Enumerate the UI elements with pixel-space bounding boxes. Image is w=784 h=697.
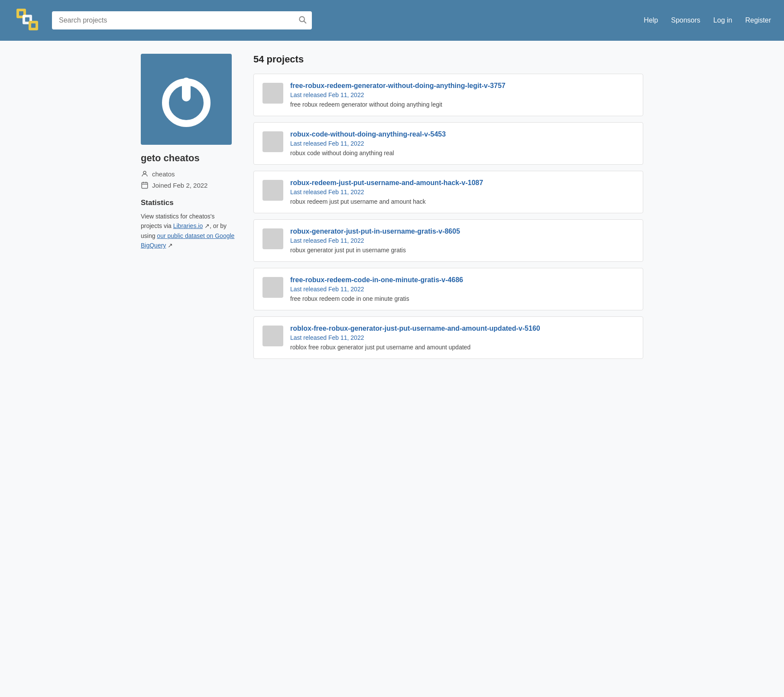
project-card: free-robux-redeem-code-in-one-minute-gra…	[253, 268, 643, 310]
svg-rect-2	[19, 11, 23, 16]
project-icon	[262, 277, 283, 298]
project-name-link[interactable]: robux-code-without-doing-anything-real-v…	[290, 130, 634, 138]
project-icon	[262, 131, 283, 152]
project-name-link[interactable]: robux-redeem-just-put-username-and-amoun…	[290, 179, 634, 187]
svg-rect-10	[182, 78, 191, 101]
login-link[interactable]: Log in	[713, 16, 732, 24]
project-list: free-robux-redeem-generator-without-doin…	[253, 74, 643, 359]
project-info: robux-generator-just-put-in-username-gra…	[290, 228, 634, 254]
user-icon	[141, 170, 149, 178]
project-card: robux-generator-just-put-in-username-gra…	[253, 219, 643, 262]
svg-point-11	[143, 171, 146, 174]
joined-date: Joined Feb 2, 2022	[152, 182, 207, 189]
user-display-name: geto cheatos	[141, 153, 236, 164]
svg-line-8	[304, 21, 306, 23]
svg-rect-6	[31, 23, 36, 28]
header: Help Sponsors Log in Register	[0, 0, 784, 41]
stats-text: View statistics for cheatos's projects v…	[141, 212, 236, 251]
sponsors-link[interactable]: Sponsors	[671, 16, 700, 24]
projects-area: 54 projects free-robux-redeem-generator-…	[253, 54, 643, 365]
logo[interactable]	[13, 5, 43, 36]
project-card: free-robux-redeem-generator-without-doin…	[253, 74, 643, 116]
search-icon	[298, 15, 307, 26]
calendar-icon	[141, 181, 149, 189]
projects-count: 54 projects	[253, 54, 643, 65]
joined-row: Joined Feb 2, 2022	[141, 181, 236, 189]
project-description: robux generator just put in username gra…	[290, 247, 634, 254]
project-description: robux code without doing anything real	[290, 150, 634, 156]
project-date: Last released Feb 11, 2022	[290, 91, 634, 98]
project-info: robux-redeem-just-put-username-and-amoun…	[290, 179, 634, 205]
stats-title: Statistics	[141, 199, 236, 207]
project-info: free-robux-redeem-generator-without-doin…	[290, 82, 634, 108]
register-link[interactable]: Register	[745, 16, 771, 24]
avatar	[141, 54, 232, 145]
header-nav: Help Sponsors Log in Register	[644, 16, 771, 24]
project-icon	[262, 83, 283, 104]
project-date: Last released Feb 11, 2022	[290, 237, 634, 244]
username: cheatos	[152, 170, 175, 178]
help-link[interactable]: Help	[644, 16, 658, 24]
project-card: robux-redeem-just-put-username-and-amoun…	[253, 171, 643, 213]
svg-rect-4	[25, 17, 29, 22]
project-date: Last released Feb 11, 2022	[290, 189, 634, 195]
project-name-link[interactable]: roblox-free-robux-generator-just-put-use…	[290, 325, 634, 332]
project-info: roblox-free-robux-generator-just-put-use…	[290, 325, 634, 351]
main-content: geto cheatos cheatos Joined Feb 2, 2022 …	[132, 54, 652, 365]
project-date: Last released Feb 11, 2022	[290, 334, 634, 341]
project-date: Last released Feb 11, 2022	[290, 140, 634, 147]
project-info: robux-code-without-doing-anything-real-v…	[290, 130, 634, 156]
project-date: Last released Feb 11, 2022	[290, 286, 634, 293]
project-name-link[interactable]: robux-generator-just-put-in-username-gra…	[290, 228, 634, 235]
project-card: robux-code-without-doing-anything-real-v…	[253, 122, 643, 165]
project-icon	[262, 326, 283, 346]
project-card: roblox-free-robux-generator-just-put-use…	[253, 316, 643, 359]
project-description: robux redeem just put username and amoun…	[290, 198, 634, 205]
svg-rect-12	[142, 182, 148, 189]
project-description: free robux redeem code in one minute gra…	[290, 295, 634, 302]
username-row: cheatos	[141, 170, 236, 178]
project-name-link[interactable]: free-robux-redeem-code-in-one-minute-gra…	[290, 276, 634, 284]
project-description: free robux redeem generator without doin…	[290, 101, 634, 108]
libraries-io-link[interactable]: Libraries.io	[173, 222, 203, 229]
project-info: free-robux-redeem-code-in-one-minute-gra…	[290, 276, 634, 302]
project-icon	[262, 180, 283, 201]
search-input[interactable]	[52, 11, 312, 29]
project-description: roblox free robux generator just put use…	[290, 344, 634, 351]
project-icon	[262, 228, 283, 249]
search-container	[52, 11, 312, 29]
sidebar: geto cheatos cheatos Joined Feb 2, 2022 …	[141, 54, 236, 365]
project-name-link[interactable]: free-robux-redeem-generator-without-doin…	[290, 82, 634, 90]
